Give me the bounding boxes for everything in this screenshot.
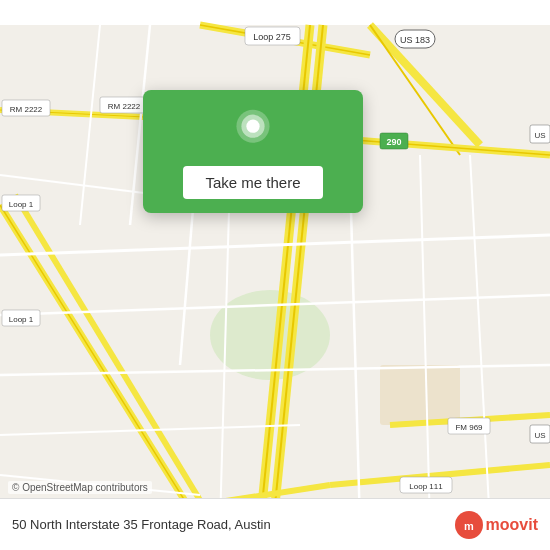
svg-text:Loop 1: Loop 1 [9,315,34,324]
svg-text:US 183: US 183 [400,35,430,45]
moovit-logo: m moovit [455,511,538,539]
take-me-there-button[interactable]: Take me there [183,166,322,199]
svg-rect-2 [380,365,460,425]
svg-text:Loop 1: Loop 1 [9,200,34,209]
svg-text:Loop 111: Loop 111 [409,482,443,491]
map-copyright: © OpenStreetMap contributors [8,481,152,494]
svg-text:RM 2222: RM 2222 [108,102,141,111]
address-label: 50 North Interstate 35 Frontage Road, Au… [12,517,455,532]
svg-text:m: m [464,520,474,532]
svg-text:US: US [534,131,545,140]
svg-text:290: 290 [386,137,401,147]
svg-text:FM 969: FM 969 [455,423,483,432]
bottom-bar: 50 North Interstate 35 Frontage Road, Au… [0,498,550,550]
map-container: Loop 275 US 183 290 US RM 2222 RM 2222 L… [0,0,550,550]
svg-text:US: US [534,431,545,440]
svg-text:Loop 275: Loop 275 [253,32,291,42]
card-overlay: Take me there [143,90,363,213]
location-pin-icon [229,108,277,156]
svg-text:RM 2222: RM 2222 [10,105,43,114]
